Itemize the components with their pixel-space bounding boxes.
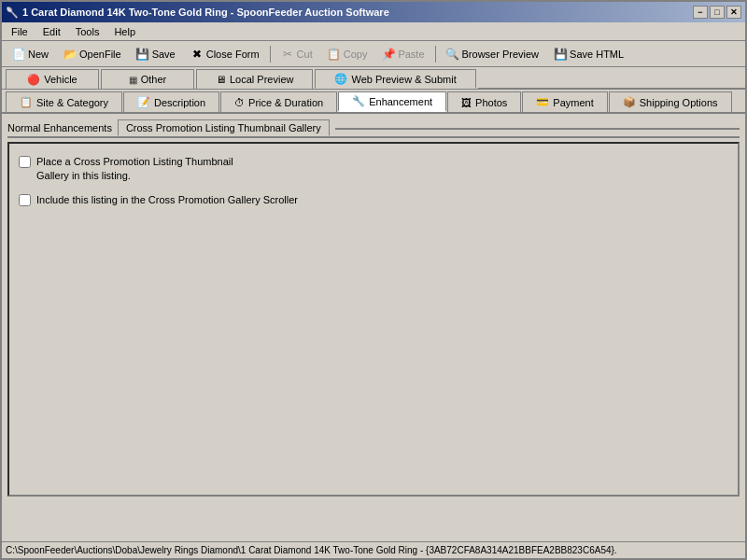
openfile-button[interactable]: 📂 OpenFile: [57, 44, 128, 64]
tab-row-2: 📋 Site & Category 📝 Description ⏱ Price …: [2, 90, 745, 114]
maximize-button[interactable]: □: [710, 6, 725, 19]
paste-button[interactable]: 📌 Paste: [375, 44, 430, 64]
save-button[interactable]: 💾 Save: [130, 44, 182, 64]
savehtml-button[interactable]: 💾 Save HTML: [547, 44, 630, 64]
tab-shippingoptions-label: Shipping Options: [640, 97, 718, 108]
localpreview-icon: 🖥: [216, 74, 226, 85]
copy-icon: 📋: [328, 48, 341, 61]
tab-row-1-filler: [478, 69, 745, 89]
save-icon: 💾: [136, 48, 149, 61]
browserpreview-button[interactable]: 🔍 Browser Preview: [440, 44, 546, 64]
cut-button[interactable]: ✂ Cut: [275, 44, 319, 64]
menu-file[interactable]: File: [6, 24, 34, 39]
title-bar: 🥄 1 Carat Diamond 14K Two-Tone Gold Ring…: [2, 2, 745, 22]
enhancement-icon: 🔧: [352, 95, 365, 107]
checkbox-row-1: Place a Cross Promotion Listing Thumbnai…: [19, 155, 728, 184]
tab-description[interactable]: 📝 Description: [123, 91, 219, 112]
cross-promotion-thumbnail-checkbox[interactable]: [19, 156, 31, 168]
cross-promotion-thumbnail-label: Place a Cross Promotion Listing Thumbnai…: [36, 155, 233, 184]
webpreview-icon: 🌐: [334, 73, 347, 85]
app-window: 🥄 1 Carat Diamond 14K Two-Tone Gold Ring…: [0, 0, 747, 560]
tab-priceduration[interactable]: ⏱ Price & Duration: [220, 91, 337, 112]
minimize-button[interactable]: −: [693, 6, 708, 19]
tab-row-1: 🔴 Vehicle ▦ Other 🖥 Local Preview 🌐 Web …: [2, 67, 745, 90]
tab-payment-label: Payment: [553, 97, 593, 108]
cross-promotion-tab-label: Cross Promotion Listing Thumbnail Galler…: [126, 122, 321, 133]
toolbar-separator-2: [435, 46, 436, 63]
menu-help[interactable]: Help: [108, 24, 141, 39]
description-icon: 📝: [137, 96, 150, 108]
closeform-button[interactable]: ✖ Close Form: [184, 44, 266, 64]
normal-enhancements-label: Normal Enhancements: [7, 122, 112, 133]
savehtml-icon: 💾: [554, 48, 567, 61]
tab-vehicle[interactable]: 🔴 Vehicle: [6, 69, 99, 89]
tab-vehicle-label: Vehicle: [44, 74, 77, 85]
tab-priceduration-label: Price & Duration: [248, 97, 323, 108]
payment-icon: 💳: [536, 96, 549, 108]
cross-promotion-tab[interactable]: Cross Promotion Listing Thumbnail Galler…: [118, 119, 330, 136]
window-title: 1 Carat Diamond 14K Two-Tone Gold Ring -…: [22, 7, 389, 18]
menu-edit[interactable]: Edit: [37, 24, 66, 39]
cross-promotion-scroller-checkbox[interactable]: [19, 194, 31, 206]
tab-photos-label: Photos: [475, 97, 507, 108]
tab-enhancement-label: Enhancement: [369, 96, 432, 107]
photos-icon: 🖼: [461, 97, 472, 108]
title-bar-title: 🥄 1 Carat Diamond 14K Two-Tone Gold Ring…: [6, 7, 389, 19]
menu-tools[interactable]: Tools: [70, 24, 106, 39]
tab-sitecategory[interactable]: 📋 Site & Category: [6, 91, 122, 112]
main-panel: Place a Cross Promotion Listing Thumbnai…: [7, 142, 740, 497]
title-bar-controls: − □ ✕: [693, 6, 741, 19]
vehicle-icon: 🔴: [27, 74, 40, 86]
status-text: C:\SpoonFeeder\Auctions\Doba\Jewelry Rin…: [6, 545, 617, 555]
tab-description-label: Description: [154, 97, 205, 108]
sitecategory-icon: 📋: [20, 96, 33, 108]
tab-payment[interactable]: 💳 Payment: [522, 91, 607, 112]
cross-promotion-scroller-label: Include this listing in the Cross Promot…: [36, 193, 298, 207]
new-icon: 📄: [12, 48, 25, 61]
paste-icon: 📌: [382, 48, 395, 61]
openfile-icon: 📂: [63, 48, 77, 61]
browserpreview-icon: 🔍: [446, 48, 459, 61]
cut-icon: ✂: [281, 48, 294, 61]
cb1-line2: Gallery in this listing.: [36, 170, 131, 181]
tab-shippingoptions[interactable]: 📦 Shipping Options: [609, 91, 732, 112]
close-button[interactable]: ✕: [726, 6, 741, 19]
priceduration-icon: ⏱: [234, 97, 245, 108]
toolbar: 📄 New 📂 OpenFile 💾 Save ✖ Close Form ✂ C…: [2, 41, 745, 67]
cb1-line1: Place a Cross Promotion Listing Thumbnai…: [36, 156, 233, 167]
tab-photos[interactable]: 🖼 Photos: [447, 91, 521, 112]
tab-sitecategory-label: Site & Category: [36, 97, 108, 108]
other-icon: ▦: [129, 75, 137, 85]
tab-enhancement[interactable]: 🔧 Enhancement: [338, 91, 446, 112]
tab-localpreview-label: Local Preview: [230, 74, 293, 85]
enhancement-row-filler: [335, 128, 740, 130]
checkbox-row-2: Include this listing in the Cross Promot…: [19, 193, 728, 207]
content-area: Normal Enhancements Cross Promotion List…: [2, 114, 745, 558]
app-icon: 🥄: [6, 7, 19, 19]
closeform-icon: ✖: [190, 48, 204, 61]
tab-webpreview[interactable]: 🌐 Web Preview & Submit: [315, 69, 475, 89]
menu-bar: File Edit Tools Help: [2, 22, 745, 41]
copy-button[interactable]: 📋 Copy: [321, 44, 374, 64]
tab-other-label: Other: [141, 74, 167, 85]
enhancement-row: Normal Enhancements Cross Promotion List…: [7, 119, 740, 138]
tab-webpreview-label: Web Preview & Submit: [351, 74, 456, 85]
cb2-text: Include this listing in the Cross Promot…: [36, 194, 298, 205]
toolbar-separator-1: [270, 46, 271, 63]
shippingoptions-icon: 📦: [623, 96, 636, 108]
tab-localpreview[interactable]: 🖥 Local Preview: [196, 69, 313, 89]
status-bar: C:\SpoonFeeder\Auctions\Doba\Jewelry Rin…: [2, 541, 745, 558]
new-button[interactable]: 📄 New: [6, 44, 55, 64]
tab-other[interactable]: ▦ Other: [101, 69, 194, 89]
